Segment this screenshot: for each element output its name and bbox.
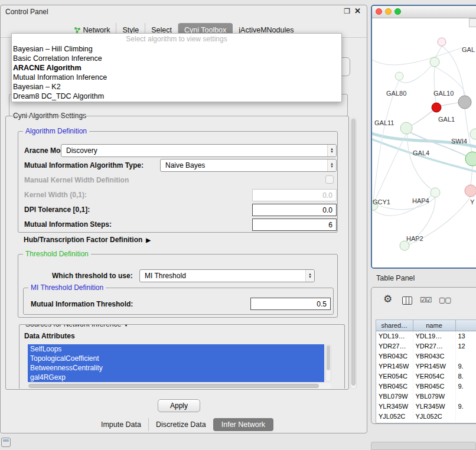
table-row[interactable]: YBR043CYBR043C (376, 351, 476, 361)
network-edge (434, 67, 436, 103)
table-cell: 8. (455, 371, 476, 381)
network-node[interactable] (430, 57, 439, 67)
algorithm-option[interactable]: Bayesian – Hill Climbing (12, 44, 341, 54)
zoom-traffic-light-icon[interactable] (395, 8, 401, 15)
network-node[interactable] (395, 72, 403, 80)
field-value: 0.0 (322, 191, 332, 200)
column-header[interactable] (455, 320, 476, 331)
attributes-list-hscrollbar[interactable] (28, 383, 331, 389)
table-cell: YBR045C (376, 381, 413, 391)
column-header[interactable]: name (413, 320, 455, 331)
network-node[interactable] (432, 103, 441, 112)
close-icon[interactable]: ✕ (354, 7, 361, 15)
which-threshold-label: Which threshold to use: (52, 272, 133, 280)
network-node[interactable] (400, 122, 412, 134)
node-label: GAL10 (433, 90, 454, 97)
network-node[interactable] (400, 241, 409, 250)
network-canvas[interactable]: GALGAL80GAL10GAL11GAL1SWI4GAL4GCY1HAP4HA… (372, 18, 476, 268)
algorithm-option[interactable]: Basic Correlation Inference (12, 54, 341, 63)
dpi-tolerance-label: DPI Tolerance [0,1]: (24, 206, 90, 214)
tab-discretize-data[interactable]: Discretize Data (148, 418, 213, 431)
network-node[interactable] (431, 188, 440, 197)
attribute-item[interactable]: SelfLoops (28, 344, 324, 354)
network-edge (372, 48, 462, 65)
table-row[interactable]: YBR045CYBR045C9. (376, 381, 476, 391)
dpi-tolerance-field[interactable]: 0.0 (252, 204, 337, 216)
table-row[interactable]: YBL079WYBL079W (376, 391, 476, 401)
gear-icon[interactable]: ⚙ (383, 294, 392, 305)
kernel-width-field[interactable]: 0.0 (252, 189, 337, 201)
network-node[interactable] (465, 152, 476, 166)
mi-algorithm-type-select[interactable]: Naive Bayes ▲▼ (160, 159, 337, 172)
mi-threshold-definition-title: MI Threshold Definition (28, 283, 106, 292)
table-row[interactable]: YPR145WYPR145W9. (376, 361, 476, 371)
attribute-item[interactable]: BetweennessCentrality (28, 363, 324, 373)
which-threshold-select[interactable]: MI Threshold ▲▼ (139, 269, 315, 282)
hub-transcription-section-toggle[interactable]: Hub/Transcription Factor Definition ▶ (24, 236, 151, 244)
float-window-icon[interactable]: ❐ (344, 7, 350, 15)
aracne-mode-select[interactable]: Discovery ▲▼ (61, 144, 337, 157)
field-value: 0.0 (322, 206, 332, 214)
node-label: HAP2 (406, 235, 423, 242)
scrollbar-thumb[interactable] (327, 345, 330, 370)
restore-panel-icon[interactable] (1, 438, 11, 447)
network-node[interactable] (470, 129, 476, 139)
attributes-list-scrollbar[interactable] (325, 344, 331, 382)
node-label: GAL1 (438, 116, 455, 123)
network-scrollbar[interactable] (469, 18, 476, 27)
table-cell: YBL079W (413, 391, 455, 401)
select-all-columns-icon[interactable]: ☑☑ (420, 296, 432, 304)
scrollbar-thumb[interactable] (28, 384, 319, 388)
settings-scrollbar[interactable] (350, 118, 357, 389)
attribute-item[interactable]: TopologicalCoefficient (28, 354, 324, 363)
node-label: GAL11 (374, 119, 394, 126)
mi-steps-field[interactable]: 6 (252, 219, 337, 231)
table-row[interactable]: YER054CYER054C8. (376, 371, 476, 381)
window-title: Control Panel (5, 8, 48, 16)
table-cell: YER054C (376, 371, 413, 381)
attribute-item[interactable]: gal4RGexp (28, 373, 324, 382)
tab-infer-network[interactable]: Infer Network (213, 418, 273, 431)
network-view-window: GALGAL80GAL10GAL11GAL1SWI4GAL4GCY1HAP4HA… (371, 5, 476, 269)
field-value: 0.5 (317, 300, 327, 308)
desktop-background: { "control_panel": { "title": "Control P… (0, 0, 476, 450)
table-cell (455, 391, 476, 401)
node-label: GAL80 (386, 90, 406, 97)
hub-section-label: Hub/Transcription Factor Definition (24, 236, 142, 244)
network-node[interactable] (438, 38, 446, 46)
network-edge (399, 66, 431, 83)
table-row[interactable]: YJL052CYJL052C (376, 411, 476, 421)
algorithm-option[interactable]: Dream8 DC_TDC Algorithm (12, 92, 341, 101)
tab-impute-data[interactable]: Impute Data (94, 418, 148, 431)
table-cell: YBR043C (413, 351, 455, 361)
algorithm-option[interactable]: Bayesian – K2 (12, 82, 341, 92)
close-traffic-light-icon[interactable] (376, 8, 382, 15)
deselect-all-columns-icon[interactable]: ▢▢ (439, 296, 451, 304)
stepper-arrows-icon: ▲▼ (305, 270, 314, 282)
scrollbar-thumb[interactable] (351, 119, 356, 386)
mini-titlebar-icon (3, 439, 9, 442)
algorithm-dropdown-popup: Select algorithm to view settings Bayesi… (11, 33, 342, 102)
algorithm-definition-group: Algorithm Definition Aracne Mode: Discov… (18, 131, 338, 233)
threshold-definition-title: Threshold Definition (23, 250, 91, 258)
column-header[interactable]: shared… (376, 320, 413, 331)
network-window-titlebar[interactable] (372, 6, 476, 18)
sources-section-toggle[interactable]: Sources for Network Inference ▼ (23, 324, 131, 328)
manual-kernel-checkbox[interactable] (325, 175, 334, 184)
table-row[interactable]: YLR345WYLR345W9. (376, 401, 476, 411)
table-row[interactable]: YDL19…YDL19…13 (376, 331, 476, 341)
algorithm-option[interactable]: ARACNE Algorithm (12, 63, 341, 73)
minimize-traffic-light-icon[interactable] (385, 8, 392, 15)
mi-steps-label: Mutual Information Steps: (24, 220, 112, 229)
show-columns-icon[interactable] (402, 296, 412, 305)
algorithm-option[interactable]: Mutual Information Inference (12, 73, 341, 82)
mi-threshold-field[interactable]: 0.5 (250, 298, 331, 310)
network-node[interactable] (465, 185, 476, 197)
network-edge (441, 103, 458, 106)
table-cell: YDL19… (376, 331, 413, 341)
network-node[interactable] (458, 96, 471, 109)
table-row[interactable]: YDR27…YDR27…12 (376, 341, 476, 351)
apply-button[interactable]: Apply (158, 399, 200, 412)
table-body: YDL19…YDL19…13YDR27…YDR27…12YBR043CYBR04… (376, 331, 476, 421)
stepper-arrows-icon: ▲▼ (327, 159, 336, 171)
